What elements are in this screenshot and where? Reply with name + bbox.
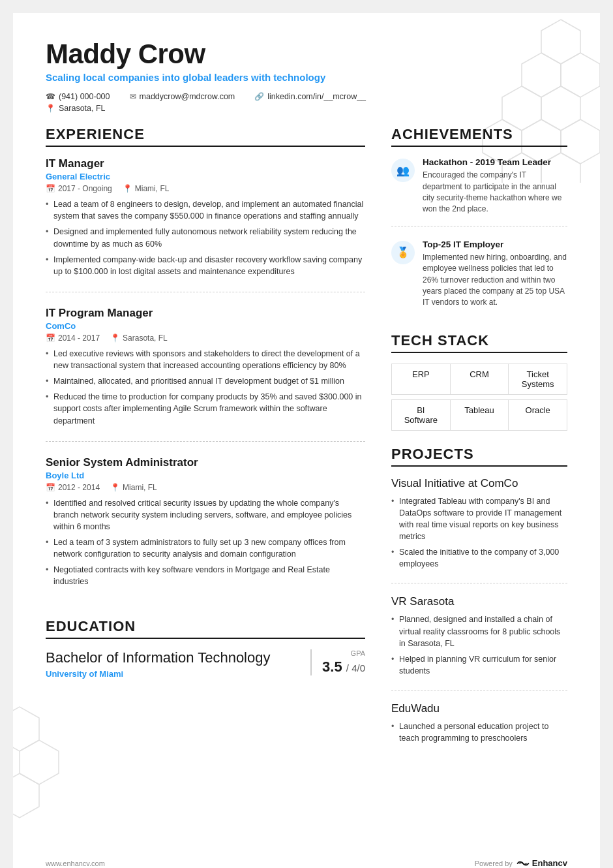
tech-cell-erp: ERP (392, 364, 451, 394)
bullet-itpm-3: Reduced the time to production for compa… (46, 391, 365, 426)
candidate-tagline: Scaling local companies into global lead… (46, 72, 567, 83)
achievement-desc-hackathon: Encouraged the company's IT department t… (423, 170, 567, 215)
bullet-sysadmin-2: Led a team of 3 system administrators to… (46, 536, 365, 560)
edu-left: Bachelor of Information Technology Unive… (46, 649, 270, 679)
bullet-list-eduwadu: Launched a personal education project to… (391, 721, 567, 744)
gpa-label: GPA (322, 649, 365, 657)
bullet-itpm-1: Led executive reviews with sponsors and … (46, 348, 365, 371)
project-item-visual: Visual Initiative at ComCo Integrated Ta… (391, 477, 567, 584)
gpa-separator: / (346, 662, 351, 674)
tech-cell-tableau: Tableau (451, 400, 509, 430)
bullet-vr-2: Helped in planning VR curriculum for sen… (391, 653, 567, 677)
bullet-itmanager-3: Implemented company-wide back-up and dis… (46, 254, 365, 277)
tech-cell-ticket: Ticket Systems (509, 364, 567, 394)
footer-brand: Powered by Enhancv (475, 858, 567, 868)
contact-location: 📍 Sarasota, FL (46, 104, 106, 113)
left-column: EXPERIENCE IT Manager General Electric 📅… (46, 126, 365, 769)
project-title-vr: VR Sarasota (391, 595, 567, 608)
linkedin-url: linkedin.com/in/__mcrow__ (267, 92, 366, 101)
tech-row-1: ERP CRM Ticket Systems (391, 364, 567, 395)
tech-row-2: BI Software Tableau Oracle (391, 399, 567, 431)
company-boyle: Boyle Ltd (46, 471, 365, 480)
education-section: EDUCATION Bachelor of Information Techno… (46, 618, 365, 679)
location-icon-exp2: 📍 (110, 333, 120, 343)
job-dates-itprogrammanager: 📅 2014 - 2017 (46, 333, 100, 343)
calendar-icon-2: 📅 (46, 333, 55, 343)
exp-item-itmanager: IT Manager General Electric 📅 2017 - Ong… (46, 157, 365, 292)
tech-cell-bi: BI Software (392, 400, 451, 430)
enhancv-logo-icon (516, 859, 530, 868)
contact-linkedin[interactable]: 🔗 linkedin.com/in/__mcrow__ (254, 92, 366, 101)
footer: www.enhancv.com Powered by Enhancv (46, 858, 567, 868)
tech-stack-title: TECH STACK (391, 332, 567, 353)
project-title-visual: Visual Initiative at ComCo (391, 477, 567, 490)
education-title: EDUCATION (46, 618, 365, 639)
achievement-icon-employer: 🏅 (391, 241, 415, 264)
employer-icon-glyph: 🏅 (396, 246, 410, 258)
linkedin-icon: 🔗 (254, 92, 264, 101)
job-meta-sysadmin: 📅 2012 - 2014 📍 Miami, FL (46, 483, 365, 492)
job-location-itprogrammanager: 📍 Sarasota, FL (110, 333, 168, 343)
experience-section: EXPERIENCE IT Manager General Electric 📅… (46, 126, 365, 602)
tech-grid: ERP CRM Ticket Systems BI Software Table… (391, 364, 567, 430)
contact-email: ✉ maddycrow@mdcrow.com (130, 92, 235, 101)
achievement-icon-hackathon: 👥 (391, 159, 415, 182)
achievement-desc-employer: Implemented new hiring, onboarding, and … (423, 252, 567, 309)
job-location-itmanager: 📍 Miami, FL (123, 184, 170, 193)
achievement-item-employer: 🏅 Top-25 IT Employer Implemented new hir… (391, 240, 567, 319)
tech-stack-section: TECH STACK ERP CRM Ticket Systems BI Sof… (391, 332, 567, 430)
job-dates-sysadmin: 📅 2012 - 2014 (46, 483, 100, 492)
tech-cell-crm: CRM (451, 364, 509, 394)
powered-by-text: Powered by (475, 860, 513, 867)
achievement-content-hackathon: Hackathon - 2019 Team Leader Encouraged … (423, 157, 567, 215)
bullet-sysadmin-3: Negotiated contracts with key software v… (46, 564, 365, 587)
bullet-list-visual: Integrated Tableau with company's BI and… (391, 495, 567, 570)
job-location-sysadmin: 📍 Miami, FL (110, 483, 157, 492)
edu-degree: Bachelor of Information Technology (46, 649, 270, 666)
hackathon-icon-glyph: 👥 (396, 164, 410, 177)
achievement-item-hackathon: 👥 Hackathon - 2019 Team Leader Encourage… (391, 157, 567, 226)
gpa-value: 3.5 / 4/0 (322, 659, 365, 675)
achievements-section: ACHIEVEMENTS 👥 Hackathon - 2019 Team Lea… (391, 126, 567, 319)
phone-icon: ☎ (46, 92, 55, 101)
bullet-list-itprogrammanager: Led executive reviews with sponsors and … (46, 348, 365, 427)
location-text: Sarasota, FL (59, 104, 106, 113)
tech-cell-oracle: Oracle (509, 400, 567, 430)
achievement-content-employer: Top-25 IT Employer Implemented new hirin… (423, 240, 567, 309)
job-title-itmanager: IT Manager (46, 157, 365, 170)
edu-gpa-box: GPA 3.5 / 4/0 (310, 649, 365, 675)
header-section: Maddy Crow Scaling local companies into … (46, 39, 567, 113)
job-meta-itmanager: 📅 2017 - Ongoing 📍 Miami, FL (46, 184, 365, 193)
calendar-icon-3: 📅 (46, 483, 55, 492)
location-icon-exp1: 📍 (123, 184, 132, 193)
gpa-max: 4/0 (351, 662, 365, 674)
job-title-sysadmin: Senior System Administrator (46, 456, 365, 469)
enhancv-brand-name: Enhancv (532, 858, 567, 868)
contact-line-1: ☎ (941) 000-000 ✉ maddycrow@mdcrow.com 🔗… (46, 92, 567, 101)
resume-page: Maddy Crow Scaling local companies into … (13, 13, 600, 868)
bullet-list-sysadmin: Identified and resolved critical securit… (46, 497, 365, 588)
footer-website: www.enhancv.com (46, 860, 105, 867)
projects-section: PROJECTS Visual Initiative at ComCo Inte… (391, 446, 567, 758)
bullet-itmanager-1: Lead a team of 8 engineers to design, de… (46, 198, 365, 222)
company-comco: ComCo (46, 321, 365, 331)
achievement-title-hackathon: Hackathon - 2019 Team Leader (423, 157, 567, 167)
main-content: Maddy Crow Scaling local companies into … (13, 13, 600, 788)
experience-title: EXPERIENCE (46, 126, 365, 147)
project-title-eduwadu: EduWadu (391, 702, 567, 715)
job-dates-itmanager: 📅 2017 - Ongoing (46, 184, 112, 193)
edu-item-bachelor: Bachelor of Information Technology Unive… (46, 649, 365, 679)
company-ge: General Electric (46, 172, 365, 181)
contact-line-2: 📍 Sarasota, FL (46, 104, 567, 113)
bullet-list-itmanager: Lead a team of 8 engineers to design, de… (46, 198, 365, 277)
exp-item-itprogrammanager: IT Program Manager ComCo 📅 2014 - 2017 📍… (46, 307, 365, 442)
achievements-title: ACHIEVEMENTS (391, 126, 567, 147)
location-icon-exp3: 📍 (110, 483, 120, 492)
location-icon: 📍 (46, 104, 55, 113)
email-icon: ✉ (130, 92, 136, 101)
achievement-title-employer: Top-25 IT Employer (423, 240, 567, 249)
bullet-visual-1: Integrated Tableau with company's BI and… (391, 495, 567, 543)
contact-phone: ☎ (941) 000-000 (46, 92, 110, 101)
bullet-list-vr: Planned, designed and installed a chain … (391, 613, 567, 677)
email-address: maddycrow@mdcrow.com (140, 92, 235, 101)
